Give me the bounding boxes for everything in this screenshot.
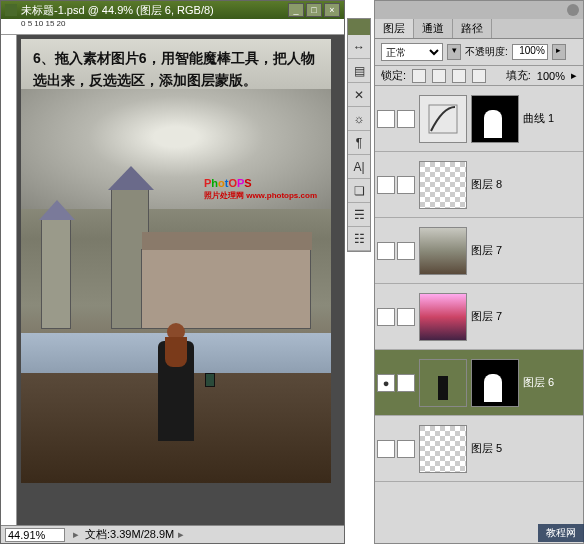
panel-icon-6[interactable]: ❏	[348, 179, 370, 203]
collapsed-panels: ↔▤✕☼¶A|❏☴☷	[347, 18, 371, 252]
layer-thumbnail[interactable]	[419, 359, 467, 407]
layer-row[interactable]: 图层 7	[375, 284, 583, 350]
layer-mask-thumbnail[interactable]	[471, 95, 519, 143]
panel-icon-3[interactable]: ☼	[348, 107, 370, 131]
doc-menu-icon[interactable]: ▸	[178, 528, 184, 541]
fill-input[interactable]: 100%	[537, 70, 565, 82]
layer-thumbnail[interactable]	[419, 227, 467, 275]
tab-layers[interactable]: 图层	[375, 19, 414, 38]
figure-graphic	[151, 323, 201, 453]
titlebar: 未标题-1.psd @ 44.9% (图层 6, RGB/8) _ □ ×	[1, 1, 344, 19]
maximize-button[interactable]: □	[306, 3, 322, 17]
fill-arrow-icon[interactable]: ▸	[571, 69, 577, 82]
layer-name[interactable]: 图层 7	[471, 309, 502, 324]
blend-arrow-icon[interactable]: ▾	[447, 44, 461, 60]
canvas[interactable]: 6、拖入素材图片6，用智能魔棒工具，把人物选出来，反选选区，添加图层蒙版。 Ph…	[17, 35, 344, 525]
panel-header	[375, 1, 583, 19]
layer-thumbnail[interactable]	[419, 425, 467, 473]
minimize-button[interactable]: _	[288, 3, 304, 17]
link-cell[interactable]	[397, 176, 415, 194]
link-cell[interactable]	[397, 374, 415, 392]
artwork: 6、拖入素材图片6，用智能魔棒工具，把人物选出来，反选选区，添加图层蒙版。 Ph…	[21, 39, 331, 483]
visibility-toggle[interactable]	[377, 308, 395, 326]
layer-name[interactable]: 图层 8	[471, 177, 502, 192]
panel-icon-1[interactable]: ▤	[348, 59, 370, 83]
layer-name[interactable]: 曲线 1	[523, 111, 554, 126]
visibility-toggle[interactable]	[377, 440, 395, 458]
panel-icon-0[interactable]: ↔	[348, 35, 370, 59]
tab-channels[interactable]: 通道	[414, 19, 453, 38]
layers-panel: 图层 通道 路径 正常 ▾ 不透明度: 100% ▸ 锁定: 填充: 100% …	[374, 0, 584, 544]
panel-icon-4[interactable]: ¶	[348, 131, 370, 155]
zoom-input[interactable]: 44.91%	[5, 528, 65, 542]
layer-mask-thumbnail[interactable]	[471, 359, 519, 407]
link-cell[interactable]	[397, 110, 415, 128]
zoom-menu-icon[interactable]: ▸	[73, 528, 79, 541]
curves-adjustment-icon	[419, 95, 467, 143]
panel-tabs: 图层 通道 路径	[375, 19, 583, 39]
panel-group-header[interactable]	[348, 19, 370, 35]
layer-row[interactable]: 图层 5	[375, 416, 583, 482]
opacity-label: 不透明度:	[465, 45, 508, 59]
opacity-arrow-icon[interactable]: ▸	[552, 44, 566, 60]
link-cell[interactable]	[397, 308, 415, 326]
layer-list: 曲线 1图层 8图层 7图层 7●图层 6图层 5	[375, 86, 583, 544]
lock-position-icon[interactable]	[452, 69, 466, 83]
lock-all-icon[interactable]	[472, 69, 486, 83]
layer-thumbnail[interactable]	[419, 293, 467, 341]
tab-paths[interactable]: 路径	[453, 19, 492, 38]
panel-icon-2[interactable]: ✕	[348, 83, 370, 107]
visibility-toggle[interactable]	[377, 242, 395, 260]
fill-label: 填充:	[506, 68, 531, 83]
layer-name[interactable]: 图层 5	[471, 441, 502, 456]
lock-transparency-icon[interactable]	[412, 69, 426, 83]
layer-row[interactable]: ●图层 6	[375, 350, 583, 416]
panel-menu-icon[interactable]	[567, 4, 579, 16]
layer-thumbnail[interactable]	[419, 161, 467, 209]
blend-row: 正常 ▾ 不透明度: 100% ▸	[375, 39, 583, 66]
window-title: 未标题-1.psd @ 44.9% (图层 6, RGB/8)	[21, 3, 286, 18]
visibility-toggle[interactable]	[377, 176, 395, 194]
lock-pixels-icon[interactable]	[432, 69, 446, 83]
doc-size: 文档:3.39M/28.9M	[85, 527, 174, 542]
lock-label: 锁定:	[381, 68, 406, 83]
layer-name[interactable]: 图层 6	[523, 375, 554, 390]
visibility-toggle[interactable]: ●	[377, 374, 395, 392]
statusbar: 44.91% ▸ 文档:3.39M/28.9M ▸	[1, 525, 344, 543]
photops-logo: PhotOPS 照片处理网 www.photops.com	[204, 169, 317, 201]
blend-mode-select[interactable]: 正常	[381, 43, 443, 61]
visibility-toggle[interactable]	[377, 110, 395, 128]
link-cell[interactable]	[397, 440, 415, 458]
ps-icon	[5, 4, 17, 16]
link-cell[interactable]	[397, 242, 415, 260]
document-window: 未标题-1.psd @ 44.9% (图层 6, RGB/8) _ □ × 6、…	[0, 0, 345, 544]
ruler-vertical[interactable]	[1, 35, 17, 525]
instruction-text: 6、拖入素材图片6，用智能魔棒工具，把人物选出来，反选选区，添加图层蒙版。	[33, 47, 319, 91]
close-button[interactable]: ×	[324, 3, 340, 17]
layer-name[interactable]: 图层 7	[471, 243, 502, 258]
layer-row[interactable]: 图层 7	[375, 218, 583, 284]
panel-icon-7[interactable]: ☴	[348, 203, 370, 227]
layer-row[interactable]: 图层 8	[375, 152, 583, 218]
watermark: 教程网	[538, 524, 584, 542]
layer-row[interactable]: 曲线 1	[375, 86, 583, 152]
panel-icon-8[interactable]: ☷	[348, 227, 370, 251]
opacity-input[interactable]: 100%	[512, 44, 548, 60]
lock-row: 锁定: 填充: 100% ▸	[375, 66, 583, 86]
ruler-horizontal[interactable]	[1, 19, 344, 35]
panel-icon-5[interactable]: A|	[348, 155, 370, 179]
